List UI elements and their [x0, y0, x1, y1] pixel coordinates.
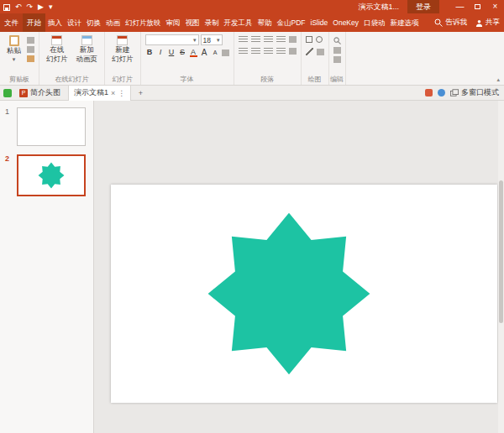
save-icon[interactable]: [3, 4, 10, 11]
editing-canvas[interactable]: [94, 101, 504, 433]
slide-1-thumbnail[interactable]: [17, 107, 86, 146]
select-icon[interactable]: [333, 56, 341, 63]
maximize-button[interactable]: [469, 0, 486, 13]
tab-transitions[interactable]: 切换: [84, 13, 103, 32]
tab-developer[interactable]: 开发工具: [222, 13, 255, 32]
slide-item-2[interactable]: 2: [0, 154, 93, 205]
star-shape[interactable]: [200, 205, 378, 383]
tab-kingsoft-pdf[interactable]: 金山PDF: [275, 13, 308, 32]
cut-icon[interactable]: [27, 37, 34, 44]
titlebar: ↶ ↷ ▶ ▾ 演示文稿1... 登录 — ×: [0, 0, 504, 13]
login-button[interactable]: 登录: [407, 0, 439, 13]
undo-icon[interactable]: ↶: [15, 0, 22, 13]
line-shape-icon[interactable]: [306, 48, 313, 55]
doc-tab-intro[interactable]: P 简介头图: [14, 86, 66, 101]
find-icon[interactable]: [333, 37, 341, 44]
doc-tab-presentation1[interactable]: 演示文稿1 × ⋮: [68, 86, 131, 101]
drawing-group-label: 绘图: [302, 75, 328, 84]
clear-format-icon[interactable]: [222, 50, 229, 56]
slide-item-1[interactable]: 1: [0, 107, 93, 154]
font-size-select[interactable]: 18▾: [201, 34, 223, 45]
numbered-list-icon[interactable]: [251, 36, 260, 43]
font-group-label: 字体: [141, 75, 234, 84]
tell-me-label[interactable]: 告诉我: [446, 18, 468, 28]
slide-2-thumbnail[interactable]: [17, 154, 86, 196]
line-spacing-icon[interactable]: [289, 36, 297, 43]
tab-islide[interactable]: iSlide: [308, 13, 331, 32]
online-slides-label-2: 幻灯片: [46, 55, 68, 64]
ellipse-shape-icon[interactable]: [316, 36, 323, 43]
share-button[interactable]: 共享: [470, 18, 500, 28]
font-name-dropdown-icon: ▾: [193, 37, 197, 43]
minimize-button[interactable]: —: [451, 0, 469, 13]
app-icon[interactable]: [3, 89, 12, 97]
ribbon-tab-bar: 文件 开始 插入 设计 切换 动画 幻灯片放映 审阅 视图 录制 开发工具 帮助…: [0, 13, 504, 32]
new-slide-label-1: 新建: [115, 46, 129, 55]
paragraph-group: 段落: [234, 32, 302, 85]
font-controls: ▾ 18▾ B I U S A A A: [145, 34, 229, 58]
vertical-scrollbar-thumb[interactable]: [499, 180, 503, 323]
skin-icon[interactable]: [425, 89, 433, 97]
tab-slideshow[interactable]: 幻灯片放映: [123, 13, 164, 32]
tab-bar-right: 告诉我 共享: [434, 13, 504, 32]
decrease-indent-icon[interactable]: [264, 36, 273, 43]
tab-design[interactable]: 设计: [65, 13, 84, 32]
copy-icon[interactable]: [27, 46, 34, 53]
new-animation-page-button[interactable]: 新加 动画页: [74, 34, 101, 65]
paste-dropdown-icon: ▾: [13, 56, 16, 62]
align-center-icon[interactable]: [251, 48, 260, 55]
tab-onekey[interactable]: OneKey: [330, 13, 361, 32]
font-color-button[interactable]: A: [189, 47, 198, 58]
drawing-group: 绘图: [302, 32, 329, 85]
multiwindow-toggle[interactable]: 多窗口模式: [450, 87, 499, 98]
doc-tab-intro-label: 简介头图: [30, 87, 60, 98]
tab-help[interactable]: 帮助: [255, 13, 275, 32]
justify-icon[interactable]: [276, 48, 286, 55]
tab-pocket-anim[interactable]: 口袋动: [361, 13, 388, 32]
collapse-ribbon-icon[interactable]: ▴: [496, 76, 500, 83]
quick-access-toolbar: ↶ ↷ ▶ ▾: [3, 0, 53, 13]
tab-file[interactable]: 文件: [0, 13, 23, 32]
grow-font-button[interactable]: A: [200, 47, 209, 58]
font-size-value: 18: [203, 36, 211, 44]
tab-animations[interactable]: 动画: [103, 13, 123, 32]
doc-tab-more-icon[interactable]: ⋮: [118, 89, 125, 97]
italic-button[interactable]: I: [156, 47, 165, 58]
increase-indent-icon[interactable]: [276, 36, 286, 43]
slide-surface[interactable]: [111, 185, 497, 403]
editing-group: 编辑: [329, 32, 346, 85]
tab-new-options[interactable]: 新建选项: [388, 13, 422, 32]
new-slide-button[interactable]: 新建 幻灯片: [109, 34, 136, 65]
align-left-icon[interactable]: [239, 48, 248, 55]
shape-fill-icon[interactable]: [317, 49, 324, 55]
tab-record[interactable]: 录制: [202, 13, 222, 32]
replace-icon[interactable]: [333, 47, 341, 54]
strikethrough-button[interactable]: S: [178, 47, 187, 58]
bold-button[interactable]: B: [145, 47, 155, 58]
paste-button[interactable]: 粘贴 ▾: [4, 34, 24, 63]
vertical-scrollbar[interactable]: [498, 101, 504, 433]
share-label: 共享: [486, 18, 500, 28]
search-icon[interactable]: [434, 18, 443, 27]
tab-review[interactable]: 审阅: [164, 13, 183, 32]
paragraph-group-label: 段落: [234, 75, 301, 84]
doc-tab-close-icon[interactable]: ×: [111, 89, 115, 97]
text-direction-icon[interactable]: [289, 48, 297, 55]
shrink-font-button[interactable]: A: [211, 47, 220, 58]
bullet-list-icon[interactable]: [239, 36, 248, 43]
close-button[interactable]: ×: [486, 0, 504, 13]
underline-button[interactable]: U: [167, 47, 176, 58]
align-right-icon[interactable]: [264, 48, 273, 55]
tab-insert[interactable]: 插入: [45, 13, 65, 32]
settings-gear-icon[interactable]: [438, 89, 445, 97]
format-painter-icon[interactable]: [27, 55, 34, 62]
redo-icon[interactable]: ↷: [27, 0, 34, 13]
online-slides-button[interactable]: 在线 幻灯片: [44, 34, 71, 65]
start-slideshow-icon[interactable]: ▶: [38, 0, 44, 13]
tab-view[interactable]: 视图: [183, 13, 202, 32]
new-doc-tab-button[interactable]: +: [134, 89, 147, 97]
customize-toolbar-icon[interactable]: ▾: [49, 0, 53, 13]
font-name-select[interactable]: ▾: [145, 34, 199, 45]
rectangle-shape-icon[interactable]: [306, 36, 312, 43]
tab-home[interactable]: 开始: [23, 13, 45, 32]
